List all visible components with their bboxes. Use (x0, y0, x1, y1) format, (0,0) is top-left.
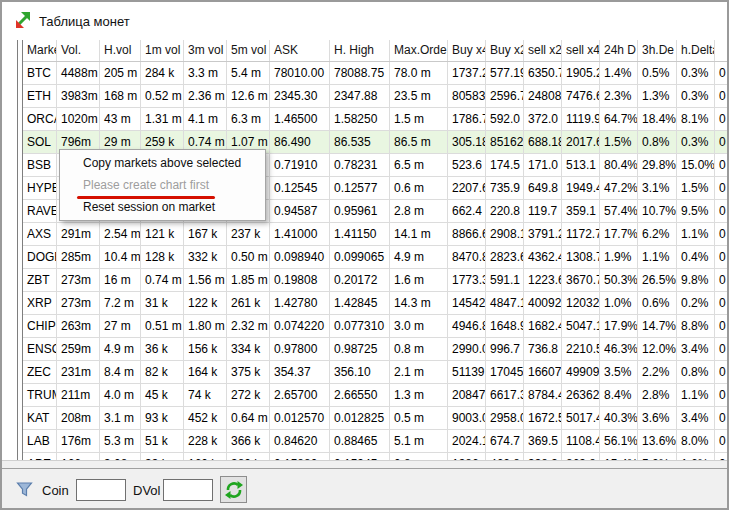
table-row[interactable]: ZBT273m16 m0.74 m1.56 m1.85 m0.198080.20… (23, 269, 729, 292)
table-cell: 1.58250 (330, 108, 390, 130)
table-cell: 8470.8 (448, 246, 486, 268)
column-header[interactable]: Vol. (57, 40, 100, 61)
column-header[interactable]: 5m vol (227, 40, 270, 61)
table-cell: 31 k (141, 292, 184, 314)
table-cell: 3.1 m (100, 407, 141, 429)
menu-item-reset-session-on-market[interactable]: Reset session on market (60, 196, 265, 218)
table-cell: 4847.1 (486, 292, 524, 314)
table-cell: 0.95961 (330, 200, 390, 222)
table-cell: 0 (715, 269, 729, 291)
table-row[interactable]: LAB176m5.3 m51 k228 k366 k0.846200.88465… (23, 430, 729, 453)
column-header[interactable]: H.vol (100, 40, 141, 61)
column-header[interactable]: h.Delta (677, 40, 715, 61)
table-cell: 3983m (57, 85, 100, 107)
coin-input[interactable] (76, 479, 126, 501)
column-header[interactable]: Buy x2 (486, 40, 524, 61)
column-header[interactable]: Max.Orde (390, 40, 448, 61)
table-cell: 1786.7 (448, 108, 486, 130)
table-cell: 2.3% (600, 85, 638, 107)
table-cell: 2596.7 (486, 85, 524, 107)
table-cell: 121 k (141, 223, 184, 245)
table-cell: 2958.0 (486, 407, 524, 429)
table-cell: 78010.00 (270, 62, 330, 84)
table-cell: 591.1 (486, 269, 524, 291)
table-cell: 1.5% (677, 177, 715, 199)
table-cell: 1.3% (638, 85, 677, 107)
dvol-input[interactable] (163, 479, 213, 501)
table-row[interactable]: CHIP263m27 m0.51 m1.80 m2.32 m0.0742200.… (23, 315, 729, 338)
column-header[interactable]: Buy x4 (448, 40, 486, 61)
table-cell: 0.077310 (330, 315, 390, 337)
column-header[interactable]: 3h.De (638, 40, 677, 61)
table-cell: 122 k (184, 292, 227, 314)
column-header[interactable]: 3m vol (184, 40, 227, 61)
table-cell: 93 k (141, 407, 184, 429)
red-underline-annotation (77, 196, 215, 199)
table-cell: 5.3 m (100, 430, 141, 452)
table-cell: 1.4% (600, 62, 638, 84)
table-cell: 0.5 m (390, 407, 448, 429)
table-cell: 0.84620 (270, 430, 330, 452)
market-cell: ETH (23, 85, 57, 107)
column-header[interactable]: ASK (270, 40, 330, 61)
table-cell: 64.7% (600, 108, 638, 130)
column-header[interactable] (715, 40, 729, 61)
table-row[interactable]: TRUMP211m4.0 m45 k74 k272 k2.657002.6655… (23, 384, 729, 407)
table-row[interactable]: APE166m3.08 m33 k160 k380 k0.158800.1594… (23, 453, 729, 460)
table-cell: 2908.1 (486, 223, 524, 245)
table-cell: 8784.4 (524, 384, 562, 406)
column-header[interactable]: 24h D (600, 40, 638, 61)
table-cell: 20847 (448, 384, 486, 406)
column-header[interactable]: sell x2 (524, 40, 562, 61)
table-cell: 332 k (184, 246, 227, 268)
table-cell: 0.50 m (227, 246, 270, 268)
table-row[interactable]: KAT208m3.1 m93 k452 k0.64 m0.0125700.012… (23, 407, 729, 430)
table-cell: 0 (715, 361, 729, 383)
column-header[interactable]: sell x4 (562, 40, 600, 61)
table-cell: 9.8% (677, 269, 715, 291)
table-row[interactable]: DOGE285m10.4 m128 k332 k0.50 m0.0989400.… (23, 246, 729, 269)
table-row[interactable]: ZEC231m8.4 m82 k164 k375 k354.37356.102.… (23, 361, 729, 384)
markets-grid[interactable]: MarketVol.H.vol1m vol3m vol5m volASKH. H… (23, 40, 729, 460)
table-cell: 2.54 m (100, 223, 141, 245)
refresh-button[interactable] (220, 476, 247, 503)
market-cell: BTC (23, 62, 57, 84)
table-cell: 174.5 (486, 154, 524, 176)
table-cell: 9.5% (677, 200, 715, 222)
column-header[interactable]: Market (23, 40, 57, 61)
menu-item-copy-markets-above-selected[interactable]: Copy markets above selected (60, 152, 265, 174)
table-cell: 1308.7 (562, 246, 600, 268)
table-cell: 4.9 m (100, 338, 141, 360)
table-cell: 1.85 m (227, 269, 270, 291)
table-cell: 592.0 (486, 108, 524, 130)
table-row[interactable]: ETH3983m168 m0.52 m2.36 m12.6 m2345.3023… (23, 85, 729, 108)
table-cell: 259m (57, 338, 100, 360)
column-header[interactable]: 1m vol (141, 40, 184, 61)
table-cell: 272 k (227, 384, 270, 406)
table-cell: 33 k (141, 453, 184, 460)
table-cell: 10.4 m (100, 246, 141, 268)
table-cell: 171.0 (524, 154, 562, 176)
table-row[interactable]: ENSO259m4.9 m36 k156 k334 k0.978000.9872… (23, 338, 729, 361)
table-cell: 49909 (562, 361, 600, 383)
table-cell: 2823.6 (486, 246, 524, 268)
table-cell: 16607 (524, 361, 562, 383)
table-cell: 82 k (141, 361, 184, 383)
table-row[interactable]: XRP273m7.2 m31 k122 k261 k1.427801.42845… (23, 292, 729, 315)
table-cell: 0.6 m (390, 177, 448, 199)
table-cell: 164 k (184, 361, 227, 383)
table-cell: 359.1 (562, 200, 600, 222)
table-row[interactable]: AXS291m2.54 m121 k167 k237 k1.410001.411… (23, 223, 729, 246)
table-row[interactable]: ORCA1020m43 m1.31 m4.1 m6.3 m1.465001.58… (23, 108, 729, 131)
table-cell: 3.4% (677, 338, 715, 360)
table-cell: 5.4 m (227, 62, 270, 84)
table-cell: 273m (57, 269, 100, 291)
table-cell: 284 k (141, 62, 184, 84)
table-cell: 0 (715, 200, 729, 222)
column-header[interactable]: H. High (330, 40, 390, 61)
table-cell: 1386.4 (448, 453, 486, 460)
table-row[interactable]: BTC4488m205 m284 k3.3 m5.4 m78010.007808… (23, 62, 729, 85)
table-cell: 26362 (562, 384, 600, 406)
table-cell: 462.8 (486, 453, 524, 460)
table-cell: 1.56 m (184, 269, 227, 291)
